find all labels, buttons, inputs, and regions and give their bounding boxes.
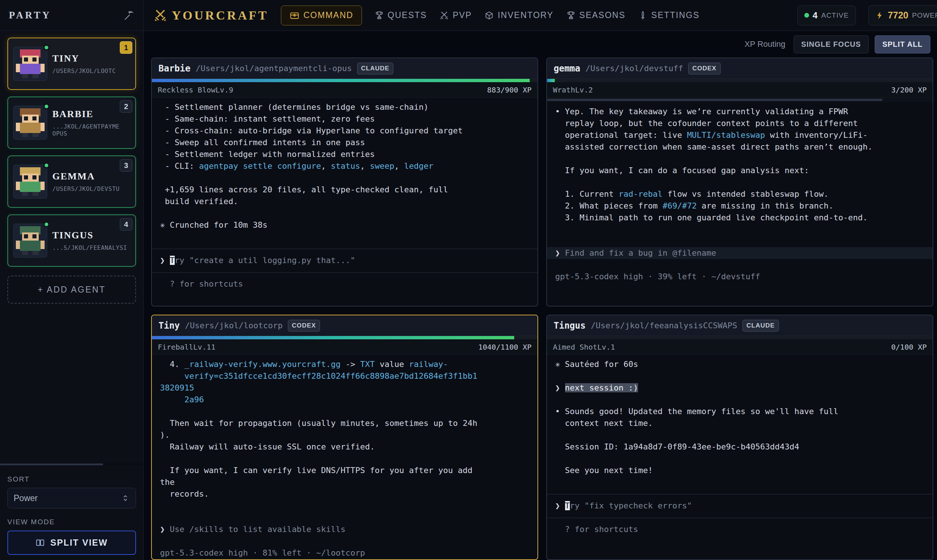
crossed-swords-icon [153,8,167,23]
agent-card-gemma[interactable]: 3 GEMMA /USERS/JKOL/DEVSTU [8,155,136,208]
terminal-line [555,235,925,247]
terminal-scrollbar[interactable] [547,98,932,102]
xp-routing-label: XP Routing [744,39,786,49]
online-dot-icon [804,13,809,18]
nav-item-pvp[interactable]: PVP [439,10,472,20]
terminal-line: Railway will auto-issue SSL once verifie… [160,441,529,453]
terminal-line: ❯ Find and fix a bug in @filename [547,247,932,259]
agent-name: TINY [52,53,116,64]
terminal-line [555,370,925,382]
terminal-output[interactable]: ✳ Sautéed for 60s ❯ next session :) • So… [547,355,932,559]
app-logo-text: YOURCRAFT [172,8,268,23]
single-focus-button[interactable]: SINGLE FOCUS [794,35,869,54]
party-sidebar: PARTY 1 TINY /USERS/JKOL/LOOTC 2 BARBIE … [0,0,144,560]
xp-routing-bar: XP Routing SINGLE FOCUS SPLIT ALL [151,31,933,57]
trophy-icon [566,11,576,20]
active-agents-indicator: 4 ACTIVE [797,6,856,25]
terminal-line: - CLI: agentpay settle configure, status… [160,160,529,172]
split-view-label: SPLIT VIEW [50,537,108,548]
agent-card-tingus[interactable]: 4 TINGUS ...S/JKOL/FEEANALYSI [8,214,136,267]
terminal-line: ❯ Try "fix typecheck errors" [555,500,925,512]
agent-card-tiny[interactable]: 1 TINY /USERS/JKOL/LOOTC [8,38,136,90]
terminal-line [160,512,529,523]
sort-label: SORT [8,475,136,483]
panel-title: Barbie [159,63,191,74]
skill-level: Lv.1 [597,343,615,351]
split-view-icon [35,538,45,548]
agent-avatar [13,106,47,140]
nav-label: SEASONS [579,10,626,20]
agent-path: ...S/JKOL/FEEANALYSI [52,244,127,251]
top-nav: YOURCRAFT COMMAND QUESTS PVP [144,0,937,31]
agent-avatar [13,47,47,81]
terminal-line: - Cross-chain: auto-bridge via Hyperlane… [160,125,529,137]
lightning-icon [875,11,884,20]
sword-icon [638,11,648,20]
terminal-divider [152,266,538,278]
skill-name: Aimed Shot [553,343,597,351]
terminal-output[interactable]: • Yep. The key takeaway is we’re current… [547,102,932,306]
xp-bar [152,79,538,82]
agent-path: /USERS/JKOL/DEVSTU [52,185,119,192]
split-view-button[interactable]: SPLIT VIEW [8,531,136,555]
engine-badge: CODEX [688,63,720,74]
sidebar-scrollbar[interactable] [0,463,143,466]
agent-slot-badge: 4 [120,218,133,231]
add-agent-button[interactable]: + ADD AGENT [8,275,136,303]
crossed-swords-icon [439,11,449,20]
terminal-line [555,224,925,235]
terminal-output[interactable]: - Settlement planner (determines bridge … [152,98,538,306]
terminal-line: ? for shortcuts [555,523,925,535]
terminal-line [555,153,925,165]
terminal-panel-tiny: Tiny /Users/jkol/lootcorp CODEX Fireball… [151,315,538,560]
terminal-line: 2a96 [160,394,529,406]
xp-fill [547,79,555,82]
party-header: PARTY [0,0,143,31]
terminal-line: the [160,476,529,488]
nav-item-seasons[interactable]: SEASONS [566,10,626,20]
panel-path: /Users/jkol/devstuff [586,64,683,73]
xp-fill [152,79,530,82]
agent-name: GEMMA [52,171,119,182]
terminal-line: build verified. [160,195,529,208]
nav-item-command[interactable]: COMMAND [281,6,362,25]
terminal-line: Then wait for propagation (usually minut… [160,417,529,429]
sort-select[interactable]: Power [8,488,136,508]
xp-value: 0/100 XP [891,343,927,351]
nav-item-inventory[interactable]: INVENTORY [484,10,553,20]
skill-level: Lv.2 [575,86,593,94]
agent-avatar [13,165,47,198]
nav-label: PVP [453,10,472,20]
terminal-line: - Settlement ledger with normalized entr… [160,148,529,160]
sort-value: Power [14,493,38,503]
xp-bar [547,79,932,82]
agent-name: BARBIE [52,109,119,120]
panel-path: /Users/jkol/agentpaymentcli-opus [196,64,352,73]
terminal-line: - Sweep all confirmed intents in one pas… [160,137,529,148]
xp-labels: Aimed ShotLv.1 0/100 XP [547,339,932,355]
nav-item-settings[interactable]: SETTINGS [638,10,700,20]
terminal-line: ❯ next session :) [555,382,925,394]
split-all-button[interactable]: SPLIT ALL [875,35,930,54]
terminal-line [160,172,529,184]
nav-item-quests[interactable]: QUESTS [374,10,427,20]
terminal-line: +1,659 lines across 20 files, all type-c… [160,184,529,195]
online-dot-icon [43,45,49,51]
active-label: ACTIVE [821,11,849,20]
nav-label: QUESTS [388,10,427,20]
terminal-line [160,406,529,417]
panel-header: Tiny /Users/jkol/lootcorp CODEX [152,315,538,336]
terminal-grid: Barbie /Users/jkol/agentpaymentcli-opus … [151,57,933,560]
nav-label: SETTINGS [651,10,700,20]
agent-card-barbie[interactable]: 2 BARBIE ...JKOL/AGENTPAYME OPUS [8,97,136,149]
agent-slot-badge: 3 [120,159,133,172]
agent-card-list: 1 TINY /USERS/JKOL/LOOTC 2 BARBIE ...JKO… [8,38,136,267]
command-content: XP Routing SINGLE FOCUS SPLIT ALL Barbie… [144,31,937,560]
terminal-panel-barbie: Barbie /Users/jkol/agentpaymentcli-opus … [151,57,538,306]
terminal-output[interactable]: 4. _railway-verify.www.yourcraft.gg -> T… [152,355,538,559]
app-logo: YOURCRAFT [153,8,268,23]
skill-name: Wrath [553,86,575,94]
app: PARTY 1 TINY /USERS/JKOL/LOOTC 2 BARBIE … [0,0,937,560]
terminal-line [555,394,925,406]
agent-path: /USERS/JKOL/LOOTC [52,68,116,74]
